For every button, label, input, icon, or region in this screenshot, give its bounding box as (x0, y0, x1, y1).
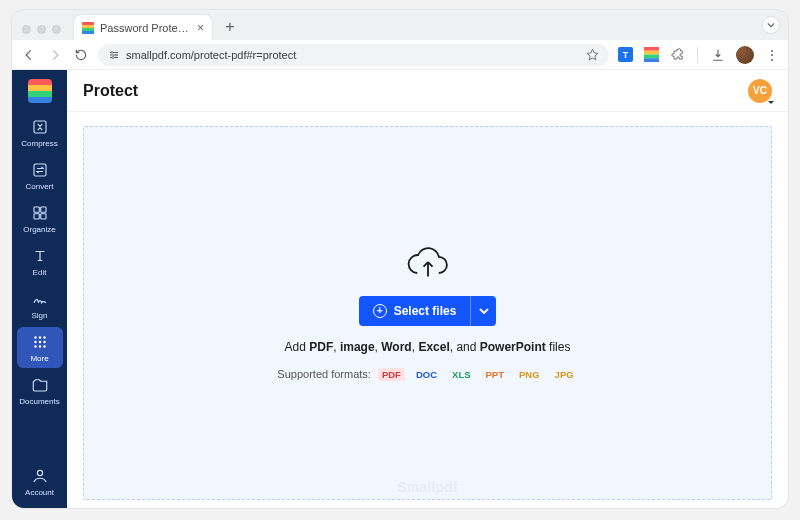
documents-icon (31, 376, 49, 394)
svg-rect-1 (82, 25, 94, 28)
sidebar-item-label: Account (25, 488, 54, 497)
tab-strip: Password Protect PDF - Enc… × + (12, 10, 788, 40)
browser-window: Password Protect PDF - Enc… × + smallpdf… (12, 10, 788, 508)
sidebar-items: Compress Convert Organize (12, 112, 67, 411)
browser-menu-icon[interactable]: ⋮ (764, 47, 780, 63)
organize-icon (31, 204, 49, 222)
format-tag-xls: XLS (448, 368, 474, 381)
svg-rect-12 (644, 58, 659, 62)
sidebar-item-compress[interactable]: Compress (17, 112, 63, 153)
logo-icon (28, 79, 52, 103)
edit-icon (31, 247, 49, 265)
svg-point-26 (38, 345, 40, 347)
extensions-puzzle-icon[interactable] (669, 47, 685, 63)
forward-button[interactable] (46, 46, 64, 64)
sidebar-item-label: Edit (33, 268, 47, 277)
svg-rect-2 (82, 28, 94, 31)
canvas: + Select files Add PDF, image, Word, Exc… (67, 112, 788, 508)
svg-point-28 (37, 470, 42, 475)
bookmark-star-icon[interactable] (586, 48, 599, 61)
user-initials: VC (753, 85, 767, 96)
extension-smallpdf-icon[interactable] (643, 47, 659, 63)
sidebar-item-label: Compress (21, 139, 57, 148)
more-grid-icon (31, 333, 49, 351)
svg-rect-18 (40, 214, 45, 219)
sidebar-item-label: Convert (25, 182, 53, 191)
page-title: Protect (83, 82, 138, 100)
site-settings-icon[interactable] (108, 49, 120, 61)
convert-icon (31, 161, 49, 179)
sidebar-item-label: Organize (23, 225, 55, 234)
sidebar-item-label: Documents (19, 397, 59, 406)
sidebar-item-organize[interactable]: Organize (17, 198, 63, 239)
new-tab-button[interactable]: + (219, 16, 241, 38)
format-tag-jpg: JPG (551, 368, 578, 381)
svg-point-4 (111, 51, 113, 53)
reload-button[interactable] (72, 46, 90, 64)
compress-icon (31, 118, 49, 136)
brand-watermark: Smallpdf (84, 479, 771, 495)
favicon-icon (82, 22, 94, 34)
chevron-down-icon (479, 306, 489, 316)
address-bar[interactable]: smallpdf.com/protect-pdf#r=protect (98, 44, 609, 66)
svg-point-25 (34, 345, 36, 347)
browser-toolbar: smallpdf.com/protect-pdf#r=protect T ⋮ (12, 40, 788, 70)
svg-point-5 (115, 54, 117, 56)
profile-avatar-icon[interactable] (736, 46, 754, 64)
sign-icon (31, 290, 49, 308)
svg-point-21 (43, 336, 45, 338)
svg-rect-16 (40, 207, 45, 212)
select-files-button[interactable]: + Select files (359, 296, 471, 326)
svg-point-22 (34, 341, 36, 343)
maximize-window-dot[interactable] (52, 25, 61, 34)
format-tag-png: PNG (515, 368, 544, 381)
account-icon (31, 467, 49, 485)
svg-rect-0 (82, 22, 94, 25)
user-menu-button[interactable]: VC (748, 79, 772, 103)
close-window-dot[interactable] (22, 25, 31, 34)
minimize-window-dot[interactable] (37, 25, 46, 34)
svg-rect-14 (34, 164, 46, 176)
sidebar-item-edit[interactable]: Edit (17, 241, 63, 282)
sidebar-item-sign[interactable]: Sign (17, 284, 63, 325)
svg-point-6 (112, 56, 114, 58)
format-tag-ppt: PPT (482, 368, 508, 381)
select-files-dropdown-button[interactable] (470, 296, 496, 326)
svg-rect-17 (34, 214, 39, 219)
dropzone-hint: Add PDF, image, Word, Excel, and PowerPo… (285, 340, 571, 354)
svg-rect-15 (34, 207, 39, 212)
sidebar-item-label: Sign (31, 311, 47, 320)
svg-rect-11 (644, 55, 659, 59)
svg-rect-9 (644, 47, 659, 51)
tabs-overflow-button[interactable] (762, 16, 780, 34)
select-files-group: + Select files (359, 296, 497, 326)
sidebar-item-convert[interactable]: Convert (17, 155, 63, 196)
toolbar-extensions: T ⋮ (617, 46, 780, 64)
content-area: Protect VC + Sel (67, 70, 788, 508)
format-tag-doc: DOC (412, 368, 441, 381)
svg-point-27 (43, 345, 45, 347)
close-tab-icon[interactable]: × (197, 21, 204, 35)
back-button[interactable] (20, 46, 38, 64)
extension-translate-icon[interactable]: T (617, 47, 633, 63)
sidebar-item-account[interactable]: Account (17, 461, 63, 502)
sidebar: Compress Convert Organize (12, 70, 67, 508)
svg-point-20 (38, 336, 40, 338)
svg-point-19 (34, 336, 36, 338)
svg-rect-3 (82, 31, 94, 34)
sidebar-item-more[interactable]: More (17, 327, 63, 368)
page-header: Protect VC (67, 70, 788, 112)
downloads-icon[interactable] (710, 47, 726, 63)
supported-formats: Supported formats: PDF DOC XLS PPT PNG J… (277, 368, 577, 381)
tab-title: Password Protect PDF - Enc… (100, 22, 191, 34)
svg-point-23 (38, 341, 40, 343)
sidebar-item-documents[interactable]: Documents (17, 370, 63, 411)
app-logo[interactable] (12, 70, 67, 112)
formats-label: Supported formats: (277, 368, 371, 380)
toolbar-separator (697, 47, 698, 63)
url-text: smallpdf.com/protect-pdf#r=protect (126, 49, 296, 61)
svg-text:T: T (622, 50, 628, 60)
window-controls (20, 25, 67, 40)
browser-tab[interactable]: Password Protect PDF - Enc… × (73, 14, 213, 40)
file-dropzone[interactable]: + Select files Add PDF, image, Word, Exc… (83, 126, 772, 500)
